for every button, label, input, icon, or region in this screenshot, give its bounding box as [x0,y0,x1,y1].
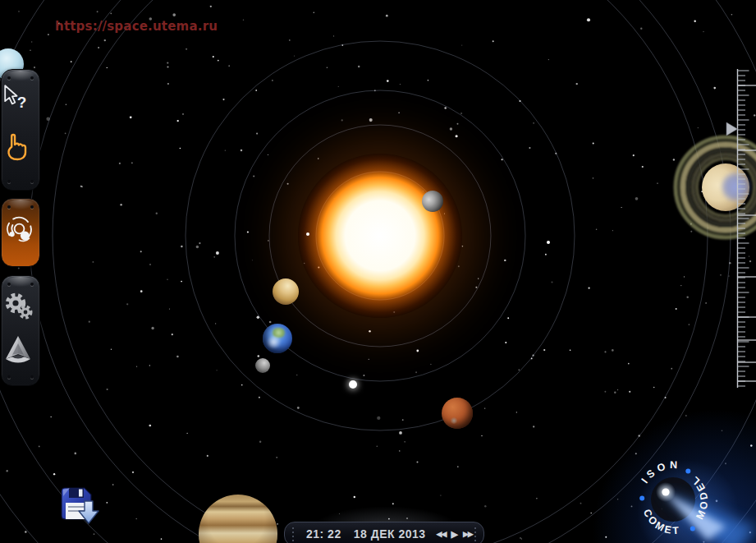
mars-planet[interactable] [442,398,473,429]
grip-dots [292,527,294,541]
calendar-date: 18 ДЕК 2013 [354,527,426,541]
site-url-watermark: https://space.utema.ru [55,19,218,34]
rivet [30,205,34,209]
saturn-planet[interactable] [702,163,749,211]
comet-ison-marker [349,380,357,389]
solar-system-orbits-icon [2,212,36,246]
rivet [30,76,34,80]
left-toolbar: ? [0,0,44,543]
toolbar-panel-pointer-tools: ? [1,69,40,191]
cursor-question-icon [2,85,21,106]
settings-button[interactable] [2,289,41,332]
moon-planet[interactable] [255,358,270,373]
pyramid-icon [2,334,34,365]
grip-dots [474,527,476,541]
sun[interactable] [298,154,462,318]
rivet [30,180,34,183]
pyramid-view-button[interactable] [2,334,41,376]
rivet [7,180,11,183]
rivet [7,205,11,209]
playback-controls: ◀◀ ▶ ▶▶ [437,530,473,539]
solar-system-view-button[interactable] [2,212,41,255]
toolbar-panel-solar-system [1,198,40,267]
hand-pointer-icon [2,132,30,162]
earth-planet[interactable] [263,324,292,353]
gears-icon [2,289,36,324]
space-simulator-scene: https://space.utema.ru ? [0,0,756,543]
floppy-disk-download-icon [58,485,106,531]
pan-hand-button[interactable] [2,132,41,175]
play-button[interactable]: ▶ [451,530,457,539]
jupiter-planet[interactable] [199,495,277,543]
clock-time: 21: 22 [306,527,341,541]
rewind-button[interactable]: ◀◀ [437,531,447,538]
rivet [30,283,34,286]
venus-planet[interactable] [273,278,299,305]
fast-forward-button[interactable]: ▶▶ [463,531,473,538]
save-button[interactable] [58,485,106,531]
bright-star-1 [306,232,309,236]
help-pointer-button[interactable]: ? [2,85,41,127]
rivet [7,283,11,286]
toolbar-panel-settings [1,275,40,386]
time-control-bar: 21: 22 18 ДЕК 2013 ◀◀ ▶ ▶▶ [284,522,484,543]
mercury-planet[interactable] [422,191,443,212]
rivet [7,76,11,80]
celestial-bodies-layer [0,0,756,543]
bright-star-2 [547,241,550,244]
